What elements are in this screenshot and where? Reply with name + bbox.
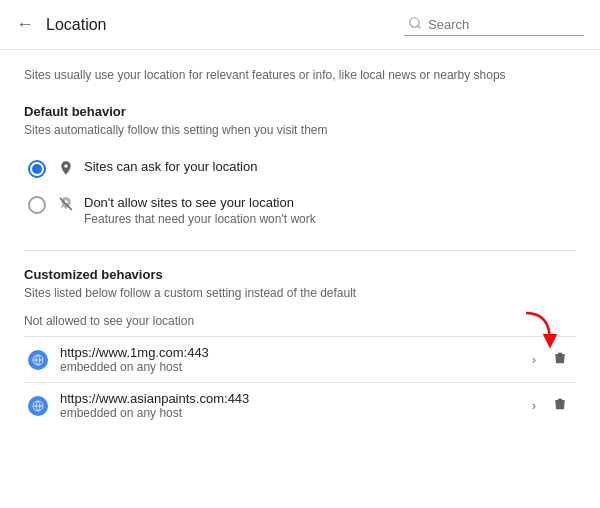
not-allowed-label: Not allowed to see your location xyxy=(24,314,576,328)
site-url-1mg: https://www.1mg.com:443 xyxy=(60,345,528,360)
header: ← Location xyxy=(0,0,600,50)
option-allow-text: Sites can ask for your location xyxy=(84,159,572,174)
svg-line-1 xyxy=(418,25,421,28)
option-allow-location[interactable]: Sites can ask for your location xyxy=(24,151,576,187)
option-deny-label: Don't allow sites to see your location xyxy=(84,195,572,210)
site-sub-1mg: embedded on any host xyxy=(60,360,528,374)
svg-point-0 xyxy=(410,17,419,26)
location-pin-icon xyxy=(58,160,74,179)
customized-subtitle: Sites listed below follow a custom setti… xyxy=(24,286,576,300)
back-button[interactable]: ← xyxy=(16,14,34,35)
search-icon xyxy=(408,16,422,33)
site-icon-asianpaints xyxy=(28,396,48,416)
search-box xyxy=(404,14,584,36)
site-icon-1mg xyxy=(28,350,48,370)
site-sub-asianpaints: embedded on any host xyxy=(60,406,528,420)
site-row-asianpaints: https://www.asianpaints.com:443 embedded… xyxy=(24,382,576,428)
option-deny-text: Don't allow sites to see your location F… xyxy=(84,195,572,226)
site-url-asianpaints: https://www.asianpaints.com:443 xyxy=(60,391,528,406)
delete-button-1mg[interactable] xyxy=(548,346,572,374)
option-deny-location[interactable]: Don't allow sites to see your location F… xyxy=(24,187,576,234)
page-title: Location xyxy=(46,16,404,34)
site-actions-1mg: › xyxy=(528,346,572,374)
expand-button-1mg[interactable]: › xyxy=(528,349,540,371)
site-info-1mg: https://www.1mg.com:443 embedded on any … xyxy=(60,345,528,374)
search-input[interactable] xyxy=(428,17,558,32)
option-deny-sublabel: Features that need your location won't w… xyxy=(84,212,572,226)
site-info-asianpaints: https://www.asianpaints.com:443 embedded… xyxy=(60,391,528,420)
radio-selected xyxy=(28,160,46,178)
radio-unselected xyxy=(28,196,46,214)
back-icon: ← xyxy=(16,14,34,35)
location-slash-icon xyxy=(58,196,74,215)
option-allow-label: Sites can ask for your location xyxy=(84,159,572,174)
default-behavior-title: Default behavior xyxy=(24,104,576,119)
main-content: Sites usually use your location for rele… xyxy=(0,50,600,444)
site-row-1mg: https://www.1mg.com:443 embedded on any … xyxy=(24,336,576,382)
site-actions-asianpaints: › xyxy=(528,392,572,420)
customized-section: Customized behaviors Sites listed below … xyxy=(24,267,576,428)
expand-button-asianpaints[interactable]: › xyxy=(528,395,540,417)
divider-1 xyxy=(24,250,576,251)
delete-button-asianpaints[interactable] xyxy=(548,392,572,420)
default-behavior-subtitle: Sites automatically follow this setting … xyxy=(24,123,576,137)
customized-title: Customized behaviors xyxy=(24,267,576,282)
page-description: Sites usually use your location for rele… xyxy=(24,66,576,84)
